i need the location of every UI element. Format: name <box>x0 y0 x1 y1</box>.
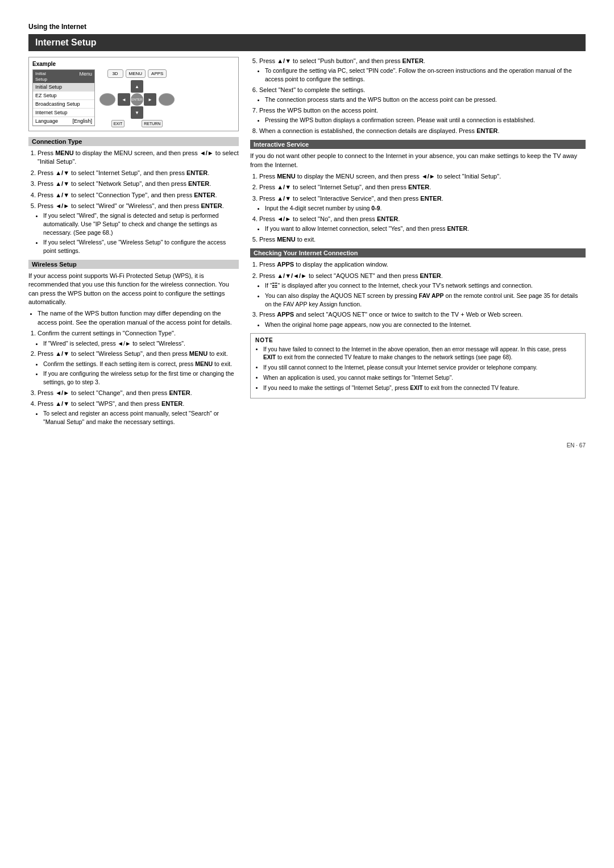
dpad: ▲ ◄ ENTER ► ▼ <box>118 80 156 119</box>
ch-step-1: Press APPS to display the application wi… <box>259 260 586 269</box>
checking-steps: Press APPS to display the application wi… <box>250 260 586 329</box>
menu-item-4: Internet Setup <box>33 109 94 117</box>
page-footer: EN · 67 <box>28 442 586 448</box>
r-step-6-bullets: The connection process starts and the WP… <box>259 95 586 104</box>
is-step-4-bullets: If you want to allow Internet connection… <box>259 225 586 233</box>
r-step-7-bullets: Pressing the WPS button displays a confi… <box>259 116 586 124</box>
is-step-2: Press ▲/▼ to select "Internet Setup", an… <box>259 183 586 192</box>
r-step-5: Press ▲/▼ to select "Push button", and t… <box>259 57 586 84</box>
ct-step-5: Press ◄/► to select "Wired" or "Wireless… <box>38 202 239 255</box>
dpad-right: ► <box>144 93 156 106</box>
left-column: Example InitialSetup Menu Initial Setup … <box>28 57 239 431</box>
ch-step-3: Press APPS and select "AQUOS NET" once o… <box>259 310 586 329</box>
btn-menu: MENU <box>126 69 146 78</box>
btn-3d: 3D <box>107 69 123 78</box>
example-content: Example InitialSetup Menu Initial Setup … <box>32 61 175 127</box>
interactive-service-header: Interactive Service <box>250 140 586 149</box>
btn-apps: APPS <box>148 69 167 78</box>
ct-step-1: Press MENU to display the MENU screen, a… <box>38 149 239 167</box>
ws-step-4: Press ▲/▼ to select "WPS", and then pres… <box>38 400 239 426</box>
is-step-3: Press ▲/▼ to select "Interactive Service… <box>259 194 586 213</box>
menu-item-5: Language[English] <box>33 117 94 126</box>
ws-step-2-bullets: Confirm the settings. If each setting it… <box>38 360 239 387</box>
ch-bullet-3: When the original home page appears, now… <box>265 321 586 329</box>
page-header: Using the Internet <box>28 23 586 31</box>
remote-middle: ▲ ◄ ENTER ► ▼ <box>99 80 175 119</box>
right-column: Press ▲/▼ to select "Push button", and t… <box>250 57 586 431</box>
dpad-up: ▲ <box>131 80 143 93</box>
r-bullet-5: To configure the setting via PC, select … <box>265 67 586 83</box>
menu-item-2: EZ Setup <box>33 92 94 100</box>
ch-bullet-2: You can also display the AQUOS NET scree… <box>265 292 586 308</box>
ws-step-4-bullets: To select and register an access point m… <box>38 409 239 426</box>
is-step-3-bullets: Input the 4-digit secret number by using… <box>259 204 586 213</box>
dpad-enter: ENTER <box>131 93 143 106</box>
page-title: Internet Setup <box>28 34 586 51</box>
btn-exit: EXIT <box>111 120 125 127</box>
r-step-7: Press the WPS button on the access point… <box>259 106 586 124</box>
ct-step-3: Press ▲/▼ to select "Network Setup", and… <box>38 180 239 188</box>
is-step-4: Press ◄/► to select "No", and then press… <box>259 215 586 233</box>
using-internet-label: Using the Internet <box>28 23 86 31</box>
example-box: Example InitialSetup Menu Initial Setup … <box>28 57 239 131</box>
wireless-setup-header: Wireless Setup <box>28 260 239 269</box>
ws-bullet-4: To select and register an access point m… <box>43 409 239 426</box>
ws-step-1: Confirm the current settings in "Connect… <box>38 329 239 347</box>
dpad-down: ▼ <box>131 106 143 119</box>
note-item-3: When an application is used, you cannot … <box>263 374 580 382</box>
ws-bullet-3: If you are configuring the wireless setu… <box>43 369 239 386</box>
ct-step-4: Press ▲/▼ to select "Connection Type", a… <box>38 191 239 200</box>
btn-return: RETURN <box>142 120 163 127</box>
wireless-intro: If your access point supports Wi-Fi Prot… <box>28 272 239 307</box>
is-step-5: Press MENU to exit. <box>259 235 586 244</box>
interactive-intro: If you do not want other people to conne… <box>250 152 586 169</box>
ct-bullet-1: If you select "Wired", the signal is det… <box>43 211 239 236</box>
is-bullet-1: Input the 4-digit secret number by using… <box>265 204 586 213</box>
ct-step-2: Press ▲/▼ to select "Internet Setup", an… <box>38 169 239 177</box>
remote-top-row: 3D MENU APPS <box>107 69 167 78</box>
menu-header: InitialSetup Menu <box>33 70 94 83</box>
example-label: Example <box>32 61 175 67</box>
ch-step-2: Press ▲/▼/◄/► to select "AQUOS NET" and … <box>259 272 586 308</box>
r-step-6: Select "Next" to complete the settings. … <box>259 86 586 104</box>
ws-bullet-2: Confirm the settings. If each setting it… <box>43 360 239 368</box>
connection-type-steps: Press MENU to display the MENU screen, a… <box>28 149 239 255</box>
remote-diagram: 3D MENU APPS ▲ ◄ ENTER <box>99 69 175 127</box>
wireless-bullet-1: The name of the WPS button function may … <box>38 309 239 327</box>
ch-bullet-1: If "☷" is displayed after you connect to… <box>265 281 586 290</box>
dpad-left: ◄ <box>118 93 130 106</box>
connection-type-header: Connection Type <box>28 137 239 146</box>
r-bullet-7: Pressing the WPS button displays a confi… <box>265 116 586 124</box>
is-step-1: Press MENU to display the MENU screen, a… <box>259 172 586 181</box>
note-box: NOTE If you have failed to connect to th… <box>250 333 586 398</box>
note-items: If you have failed to connect to the Int… <box>255 346 580 392</box>
remote-bottom-row: EXIT RETURN <box>111 120 163 127</box>
r-bullet-6: The connection process starts and the WP… <box>265 95 586 104</box>
wireless-steps: Confirm the current settings in "Connect… <box>28 329 239 426</box>
note-title: NOTE <box>255 337 580 343</box>
interactive-steps: Press MENU to display the MENU screen, a… <box>250 172 586 244</box>
note-item-1: If you have failed to connect to the Int… <box>263 346 580 362</box>
menu-header-right: Menu <box>79 71 92 82</box>
note-item-4: If you need to make the settings of "Int… <box>263 384 580 392</box>
ct-step-5-bullets: If you select "Wired", the signal is det… <box>38 211 239 255</box>
ws-step-2: Press ▲/▼ to select "Wireless Setup", an… <box>38 350 239 386</box>
ch-step-2-bullets: If "☷" is displayed after you connect to… <box>259 281 586 308</box>
btn-circle-right <box>159 93 175 106</box>
menu-item-3: Broadcasting Setup <box>33 100 94 109</box>
ws-bullet-1: If "Wired" is selected, press ◄/► to sel… <box>43 339 239 348</box>
note-item-2: If you still cannot connect to the Inter… <box>263 364 580 372</box>
btn-circle-left <box>99 93 115 106</box>
is-bullet-2: If you want to allow Internet connection… <box>265 225 586 233</box>
menu-example: InitialSetup Menu Initial Setup EZ Setup… <box>32 69 95 126</box>
r-step-8: When a connection is established, the co… <box>259 127 586 135</box>
wireless-bullets: The name of the WPS button function may … <box>28 309 239 327</box>
r-step-5-bullets: To configure the setting via PC, select … <box>259 67 586 83</box>
menu-item-1: Initial Setup <box>33 83 94 92</box>
right-steps-5-8: Press ▲/▼ to select "Push button", and t… <box>250 57 586 135</box>
ws-step-3: Press ◄/► to select "Change", and then p… <box>38 389 239 397</box>
menu-header-left: InitialSetup <box>35 71 47 82</box>
ws-step-1-bullets: If "Wired" is selected, press ◄/► to sel… <box>38 339 239 348</box>
ct-bullet-2: If you select "Wireless", use "Wireless … <box>43 238 239 255</box>
checking-header: Checking Your Internet Connection <box>250 248 586 258</box>
